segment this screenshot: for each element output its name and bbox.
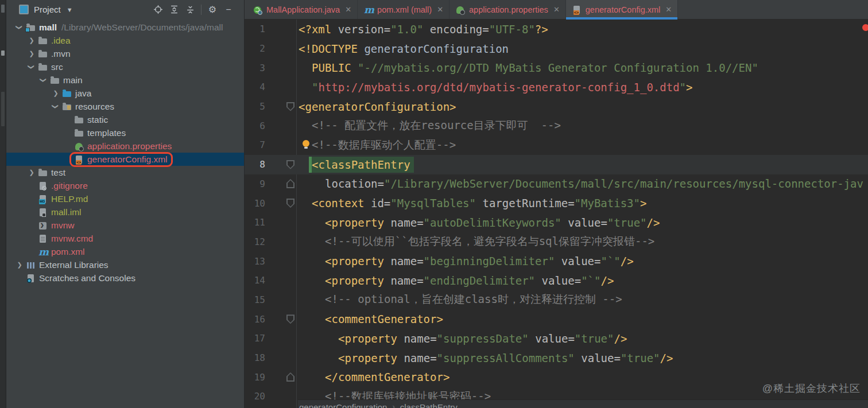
- tree-row-src[interactable]: ❯src: [6, 60, 244, 73]
- expand-all-icon[interactable]: [169, 5, 179, 15]
- tab-pom.xml-mall-[interactable]: mpom.xml (mall)✕: [358, 0, 450, 19]
- tab-application.properties[interactable]: application.properties✕: [450, 0, 566, 19]
- file-cmd-icon: [38, 234, 48, 243]
- breadcrumb-item[interactable]: classPathEntry: [400, 402, 458, 408]
- toolbar-divider: [201, 5, 202, 15]
- code-line[interactable]: 12<!--可以使用``包括字段名，避免字段名与sql保留字冲突报错-->: [245, 232, 868, 252]
- chevron-collapsed-icon[interactable]: ❯: [13, 262, 26, 268]
- tool-stripe-icon[interactable]: [1, 92, 5, 126]
- tree-row-java[interactable]: ❯java: [6, 87, 244, 100]
- tree-item-label: resources: [75, 102, 114, 112]
- tree-row-.idea[interactable]: ❯.idea: [6, 34, 244, 47]
- tree-row-mall[interactable]: ❯mall/Library/WebServer/Documents/java/m…: [6, 21, 244, 34]
- code-line[interactable]: 9location="/Library/WebServer/Documents/…: [245, 174, 868, 194]
- error-stripe-mark[interactable]: [862, 24, 868, 31]
- tree-row-pom.xml[interactable]: mpom.xml: [6, 245, 244, 258]
- code-line[interactable]: 14<property name="endingDelimiter" value…: [245, 271, 868, 290]
- breadcrumb-item[interactable]: generatorConfiguration: [299, 402, 387, 408]
- tree-row-static[interactable]: static: [6, 113, 244, 126]
- chevron-collapsed-icon[interactable]: ❯: [25, 169, 38, 176]
- tree-item-label: static: [87, 115, 108, 125]
- chevron-collapsed-icon[interactable]: ❯: [49, 90, 62, 96]
- gutter: 11: [245, 213, 296, 232]
- fold-marker-icon[interactable]: [286, 314, 294, 324]
- tree-row-help.md[interactable]: HELP.md: [6, 192, 244, 205]
- close-icon[interactable]: ✕: [437, 5, 443, 14]
- close-icon[interactable]: ✕: [345, 5, 351, 14]
- code-line[interactable]: 16<commentGenerator>: [245, 309, 868, 329]
- chevron-expanded-icon[interactable]: ❯: [13, 24, 26, 30]
- tab-label: MallApplication.java: [266, 5, 340, 14]
- tree-row-mall.iml[interactable]: mall.iml: [6, 205, 244, 219]
- project-view-icon: [19, 5, 29, 14]
- file-md-icon: [38, 195, 48, 204]
- close-icon[interactable]: ✕: [553, 5, 560, 14]
- code-line[interactable]: 8<classPathEntry: [245, 155, 868, 174]
- code-line[interactable]: 13<property name="beginningDelimiter" va…: [245, 251, 868, 271]
- code-text: <?xml version="1.0" encoding="UTF-8"?>: [296, 20, 868, 39]
- tree-row-test[interactable]: ❯test: [6, 166, 244, 179]
- gutter: 17: [245, 329, 296, 348]
- fold-marker-icon[interactable]: [286, 372, 294, 382]
- fold-marker-icon[interactable]: [286, 102, 294, 111]
- settings-icon[interactable]: ⚙: [207, 5, 218, 15]
- chevron-collapsed-icon[interactable]: ❯: [25, 37, 38, 44]
- tree-row-application.properties[interactable]: application.properties: [6, 139, 244, 153]
- code-line[interactable]: 10<context id="MysqlTables" targetRuntim…: [245, 193, 868, 213]
- fold-marker-icon[interactable]: [286, 179, 294, 188]
- tree-item-label: templates: [87, 128, 126, 138]
- fold-marker-icon[interactable]: [286, 160, 294, 169]
- tool-window-bar[interactable]: [0, 0, 6, 408]
- code-text: <property name="suppressAllComments" val…: [296, 348, 868, 368]
- gutter: 12: [245, 232, 296, 252]
- gutter: 15: [245, 290, 296, 310]
- fold-marker-icon[interactable]: [286, 199, 294, 208]
- code-line[interactable]: 7<!--数据库驱动个人配置-->: [245, 135, 868, 155]
- code-line[interactable]: 4"http://mybatis.org/dtd/mybatis-generat…: [245, 77, 868, 97]
- tab-generatorconfig.xml[interactable]: generatorConfig.xml✕: [566, 0, 678, 19]
- collapse-all-icon[interactable]: [185, 5, 195, 15]
- tree-row-resources[interactable]: ❯resources: [6, 100, 244, 113]
- maven-icon: m: [38, 247, 48, 257]
- code-text: <!DOCTYPE generatorConfiguration: [296, 39, 868, 59]
- fold-slot: [286, 199, 294, 208]
- hide-icon[interactable]: −: [223, 5, 234, 15]
- tree-row-main[interactable]: ❯main: [6, 73, 244, 87]
- spring-config-icon: [74, 142, 84, 151]
- gutter: 1: [245, 20, 296, 39]
- tree-row-.mvn[interactable]: ❯.mvn: [6, 47, 244, 60]
- code-line[interactable]: 17<property name="suppressDate" value="t…: [245, 329, 868, 348]
- code-line[interactable]: 2<!DOCTYPE generatorConfiguration: [245, 39, 868, 59]
- code-editor[interactable]: 1<?xml version="1.0" encoding="UTF-8"?>2…: [245, 20, 868, 408]
- tool-stripe-icon[interactable]: [1, 5, 5, 13]
- tree-row-templates[interactable]: templates: [6, 126, 244, 139]
- locate-icon[interactable]: [153, 5, 163, 15]
- intention-bulb-icon[interactable]: [303, 140, 309, 147]
- tree-row-generatorconfig.xml[interactable]: generatorConfig.xml: [6, 153, 244, 166]
- code-line[interactable]: 15<!-- optional，旨在创建class时，对注释进行控制 -->: [245, 290, 868, 310]
- code-text: <property name="endingDelimiter" value="…: [296, 271, 868, 290]
- chevron-collapsed-icon[interactable]: ❯: [25, 50, 38, 57]
- tree-row-.gitignore[interactable]: .gitignore: [6, 179, 244, 192]
- code-line[interactable]: 18<property name="suppressAllComments" v…: [245, 348, 868, 368]
- code-line[interactable]: 3PUBLIC "-//mybatis.org//DTD MyBatis Gen…: [245, 58, 868, 77]
- code-line[interactable]: 6<!-- 配置文件，放在resource目录下即可 -->: [245, 116, 868, 135]
- code-text: PUBLIC "-//mybatis.org//DTD MyBatis Gene…: [296, 58, 868, 77]
- chevron-expanded-icon[interactable]: ❯: [25, 64, 38, 70]
- tab-mallapplication.java[interactable]: MallApplication.java✕: [247, 0, 358, 19]
- line-number: 3: [245, 63, 265, 73]
- chevron-expanded-icon[interactable]: ❯: [49, 103, 62, 110]
- code-line[interactable]: 11<property name="autoDelimitKeywords" v…: [245, 213, 868, 232]
- close-icon[interactable]: ✕: [665, 5, 672, 14]
- chevron-expanded-icon[interactable]: ❯: [37, 77, 50, 83]
- code-line[interactable]: 5<generatorConfiguration>: [245, 97, 868, 116]
- tree-row-mvnw.cmd[interactable]: mvnw.cmd: [6, 232, 244, 245]
- tool-stripe-icon[interactable]: [1, 50, 5, 56]
- gutter: 14: [245, 271, 296, 290]
- tree-item-content: src: [38, 62, 63, 72]
- tree-row-external-libraries[interactable]: ❯External Libraries: [6, 258, 244, 271]
- chevron-down-icon[interactable]: ▼: [67, 6, 73, 13]
- tree-row-mvnw[interactable]: mvnw: [6, 219, 244, 232]
- tree-row-scratches-and-consoles[interactable]: Scratches and Consoles: [6, 271, 244, 285]
- code-line[interactable]: 1<?xml version="1.0" encoding="UTF-8"?>: [245, 20, 868, 39]
